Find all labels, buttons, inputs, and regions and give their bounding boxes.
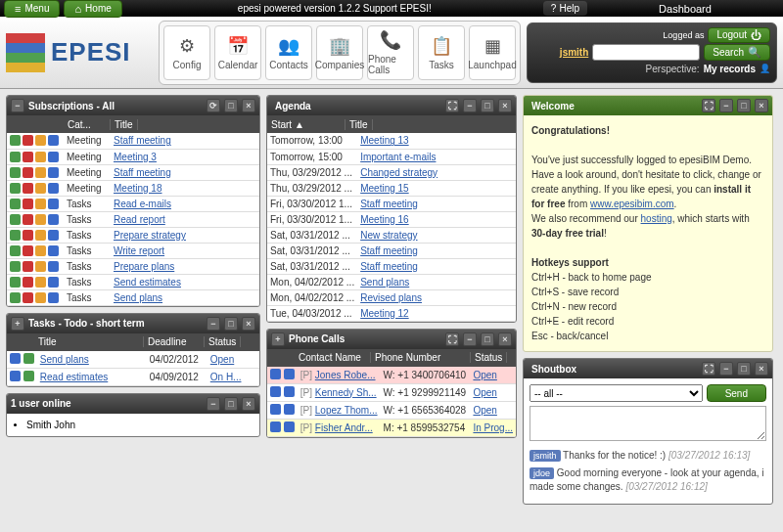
col[interactable]: Title (34, 336, 144, 347)
status-icon[interactable] (10, 277, 21, 288)
table-row[interactable]: [P] Kennedy Sh...W: +1 9299921149Open (267, 383, 516, 401)
edit-icon[interactable] (270, 386, 281, 397)
logout-button[interactable]: Logout ⏻ (708, 27, 770, 43)
tool-companies[interactable]: 🏢Companies (316, 25, 363, 80)
table-row[interactable]: MeetingMeeting 3 (7, 149, 259, 164)
info-icon[interactable] (48, 152, 59, 162)
flag-icon[interactable] (35, 135, 46, 146)
table-row[interactable]: Sat, 03/31/2012 ...Staff meeting (267, 258, 516, 274)
info-icon[interactable] (48, 135, 59, 146)
flag-icon[interactable] (35, 292, 46, 303)
table-row[interactable]: MeetingStaff meeting (7, 133, 259, 149)
table-row[interactable]: Fri, 03/30/2012 1...Meeting 16 (267, 211, 516, 227)
min-icon[interactable]: − (719, 99, 733, 112)
close-icon[interactable]: × (755, 99, 768, 112)
table-row[interactable]: Tomorrow, 13:00Meeting 13 (267, 133, 516, 149)
full-icon[interactable]: □ (737, 99, 751, 112)
site-link[interactable]: www.epesibim.com (590, 199, 674, 209)
flag-icon[interactable] (35, 214, 46, 225)
table-row[interactable]: Thu, 03/29/2012 ...Meeting 15 (267, 180, 516, 196)
table-row[interactable]: Thu, 03/29/2012 ...Changed strategy (267, 164, 516, 180)
send-button[interactable]: Send (707, 384, 766, 402)
fullscreen-icon[interactable]: □ (224, 99, 238, 112)
min-icon[interactable]: − (463, 332, 477, 346)
del-icon[interactable] (23, 214, 33, 225)
expand-icon[interactable]: ⛶ (702, 99, 715, 112)
status-icon[interactable] (10, 167, 21, 178)
flag-icon[interactable] (35, 245, 46, 256)
add-icon[interactable]: + (271, 332, 285, 346)
table-row[interactable]: TasksSend estimates (7, 274, 259, 289)
hosting-link[interactable]: hosting (641, 213, 672, 224)
info-icon[interactable] (284, 369, 295, 379)
table-row[interactable]: Fri, 03/30/2012 1...Staff meeting (267, 196, 516, 211)
info-icon[interactable] (48, 245, 59, 256)
col-cat[interactable]: Cat... (64, 119, 111, 130)
full-icon[interactable]: □ (737, 362, 751, 376)
col[interactable]: Phone Number (371, 352, 471, 363)
min-icon[interactable]: − (207, 317, 220, 331)
edit-icon[interactable] (270, 404, 281, 415)
info-icon[interactable] (48, 277, 59, 288)
table-row[interactable]: Send plans04/02/2012Open (7, 351, 259, 369)
home-button[interactable]: ⌂ Home (64, 0, 121, 18)
search-input[interactable] (592, 44, 700, 61)
info-icon[interactable] (48, 292, 59, 303)
table-row[interactable]: TasksPrepare plans (7, 258, 259, 274)
del-icon[interactable] (23, 167, 33, 178)
username-link[interactable]: jsmith (560, 47, 588, 58)
full-icon[interactable]: □ (481, 99, 494, 112)
col[interactable]: Status (471, 352, 507, 363)
col-title[interactable]: Title (345, 119, 373, 130)
flag-icon[interactable] (35, 152, 46, 162)
status-icon[interactable] (10, 230, 21, 241)
min-icon[interactable]: − (207, 397, 220, 411)
tool-tasks[interactable]: 📋Tasks (418, 25, 465, 80)
status-icon[interactable] (10, 183, 21, 194)
table-row[interactable]: Sat, 03/31/2012 ...Staff meeting (267, 243, 516, 258)
table-row[interactable]: Read estimates04/09/2012On H... (7, 368, 259, 385)
edit-icon[interactable] (10, 353, 21, 364)
menu-button[interactable]: ≡ Menu (4, 0, 60, 18)
edit-icon[interactable] (270, 369, 281, 379)
flag-icon[interactable] (35, 183, 46, 194)
status-icon[interactable] (10, 199, 21, 209)
close-icon[interactable]: × (755, 362, 768, 376)
info-icon[interactable] (48, 183, 59, 194)
search-button[interactable]: Search 🔍 (704, 44, 770, 61)
table-row[interactable]: TasksWrite report (7, 243, 259, 258)
info-icon[interactable] (48, 214, 59, 225)
close-icon[interactable]: × (498, 332, 512, 346)
table-row[interactable]: Tue, 04/03/2012 ...Meeting 12 (267, 305, 516, 321)
flag-icon[interactable] (35, 261, 46, 272)
tool-phone[interactable]: 📞Phone Calls (367, 25, 414, 80)
del-icon[interactable] (23, 152, 33, 162)
del-icon[interactable] (23, 261, 33, 272)
edit-icon[interactable] (10, 371, 21, 381)
table-row[interactable]: TasksSend plans (7, 289, 259, 305)
del-icon[interactable] (23, 230, 33, 241)
min-icon[interactable]: − (719, 362, 733, 376)
tool-calendar[interactable]: 📅Calendar (214, 25, 261, 80)
status-icon[interactable] (10, 214, 21, 225)
expand-icon[interactable]: ⛶ (445, 332, 459, 346)
user-tag[interactable]: jsmith (530, 450, 561, 462)
del-icon[interactable] (23, 292, 33, 303)
info-icon[interactable] (48, 199, 59, 209)
info-icon[interactable] (48, 167, 59, 178)
table-row[interactable]: TasksPrepare strategy (7, 227, 259, 243)
table-row[interactable]: TasksRead report (7, 211, 259, 227)
flag-icon[interactable] (35, 277, 46, 288)
table-row[interactable]: Sat, 03/31/2012 ...New strategy (267, 227, 516, 243)
info-icon[interactable] (284, 421, 295, 432)
status-icon[interactable] (10, 245, 21, 256)
my-records[interactable]: My records (704, 64, 756, 74)
info-icon[interactable] (284, 386, 295, 397)
full-icon[interactable]: □ (224, 397, 238, 411)
refresh-icon[interactable]: ⟳ (207, 99, 220, 112)
del-icon[interactable] (23, 245, 33, 256)
close-icon[interactable]: × (242, 99, 255, 112)
collapse-icon[interactable]: − (11, 99, 24, 112)
user-tag[interactable]: jdoe (530, 467, 554, 479)
table-row[interactable]: MeetingMeeting 18 (7, 180, 259, 196)
